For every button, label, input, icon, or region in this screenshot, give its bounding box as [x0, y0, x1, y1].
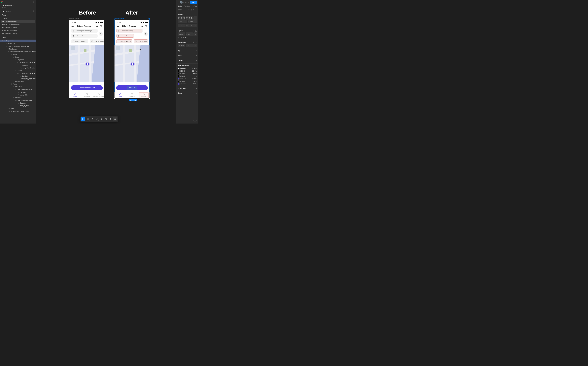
x-input[interactable]: X256 — [178, 20, 187, 23]
color-row[interactable]: 4E3CDB16% — [178, 83, 197, 85]
layer-row[interactable]: ≡Header Navigation Bar With Title — [0, 45, 36, 48]
autolayout-grid-icon[interactable] — [193, 30, 194, 32]
align-right[interactable] — [183, 16, 185, 20]
help-button[interactable]: ? — [194, 119, 197, 122]
frame-label-before[interactable]: booking screen — [69, 18, 79, 20]
start-date-chip[interactable]: Date de livrais… — [71, 39, 88, 43]
phone-frame-after[interactable]: 12:00 Obtenir Transport+ Lieu d'atterris… — [114, 20, 149, 98]
page-item[interactable]: [de] Original by Crowdin — [1, 26, 35, 29]
autolayout-add-icon[interactable] — [195, 30, 197, 32]
flip-v-icon[interactable] — [189, 24, 193, 27]
add-effect-icon[interactable]: + — [196, 60, 197, 61]
layer-row[interactable]: ≡Arrival — [0, 69, 36, 72]
code-icon[interactable] — [188, 9, 190, 11]
chevron-down-icon[interactable]: ▾ — [188, 1, 189, 3]
dev-mode-tool[interactable] — [113, 117, 117, 121]
panel-collapse-icon[interactable] — [32, 1, 35, 3]
selection-handle[interactable] — [149, 98, 150, 99]
menu-icon[interactable] — [116, 24, 119, 27]
more-icon[interactable]: ⋯ — [195, 9, 197, 11]
canvas[interactable]: Before After booking screen booking scre… — [36, 0, 176, 123]
layer-row[interactable]: Tenter_pickup_location — [0, 67, 36, 69]
history-icon[interactable] — [100, 24, 103, 27]
page-item[interactable]: Original — [1, 17, 35, 20]
clip-checkbox[interactable]: ✓ — [178, 37, 179, 38]
align-vcenter[interactable] — [188, 16, 190, 20]
swap-button[interactable] — [99, 32, 103, 36]
text-tool[interactable] — [99, 117, 104, 121]
nav-reservations[interactable]: Réservations — [126, 92, 138, 98]
layer-row[interactable]: ◇Location — [0, 75, 36, 77]
page-item[interactable]: [pl] Original by Crowdin — [1, 29, 35, 32]
add-fill-icon[interactable]: + — [196, 50, 197, 52]
layer-row[interactable]: ◇Calendar — [0, 102, 36, 104]
menu-icon[interactable] — [71, 24, 74, 27]
layer-row[interactable]: ◇Transport App — [0, 42, 36, 45]
layer-row[interactable]: []Frame — [0, 53, 36, 56]
phone-frame-before[interactable]: 12:00 Obtenir Transport+ Lieu de prise e… — [69, 20, 104, 98]
flip-h-icon[interactable] — [186, 24, 189, 27]
corner-detail-icon[interactable] — [194, 44, 197, 47]
layer-row[interactable]: ◇Text Field with Icon Atom — [0, 88, 36, 91]
tab-assets[interactable]: Assets — [6, 9, 11, 13]
dev-ready-icon[interactable] — [148, 18, 150, 19]
start-date-chip[interactable]: Date du départ — [116, 39, 132, 43]
component-icon[interactable] — [191, 9, 192, 11]
shape-tool[interactable]: ▾ — [90, 117, 94, 121]
nav-history[interactable]: L'histoire — [138, 92, 149, 98]
chevron-down-icon[interactable]: ▾ — [4, 1, 5, 3]
color-row[interactable]: FFFFFF100% — [178, 67, 197, 70]
end-date-chip[interactable]: Date d'envoi — [134, 39, 148, 43]
selection-handle[interactable] — [114, 98, 115, 99]
visibility-icon[interactable] — [193, 41, 194, 43]
color-row[interactable]: 4E3CDB100% — [178, 77, 197, 80]
layer-row[interactable]: ◇Text Field with Icon Atom — [0, 72, 36, 75]
page-item[interactable]: [uk] Original by Crowdin — [1, 32, 35, 35]
layer-row[interactable]: ≡Departure — [0, 59, 36, 61]
actions-tool[interactable] — [108, 117, 113, 121]
figma-logo-icon[interactable] — [1, 1, 3, 3]
layer-row[interactable]: ≡Travel Departure Arrival Cells and Date… — [0, 50, 36, 53]
tab-file[interactable]: File — [2, 9, 4, 13]
pen-tool[interactable]: ▾ — [95, 117, 99, 121]
layer-row[interactable]: ◇Calendar — [0, 91, 36, 94]
color-row[interactable]: 00000050% — [178, 72, 197, 75]
nav-history[interactable]: Historique du voyage — [93, 92, 104, 98]
color-row[interactable]: 000000100% — [178, 70, 197, 72]
layer-row[interactable]: ◇Single Button Primary Large — [0, 110, 36, 113]
map[interactable] — [114, 45, 149, 82]
file-location[interactable]: Drafts — [0, 7, 36, 9]
chevron-down-icon[interactable]: ▾ — [183, 1, 184, 3]
page-item[interactable]: [es-ES] Original by Crowdin — [1, 23, 35, 26]
pickup-field[interactable]: Lieu de prise en charge — [71, 29, 97, 33]
align-hcenter[interactable] — [180, 16, 183, 20]
layer-row[interactable]: ◇Location — [0, 64, 36, 67]
cta-button[interactable]: Réserver Réserver — [116, 85, 148, 90]
layer-row[interactable]: ≡End Date — [0, 96, 36, 99]
nav-reservations[interactable]: Réservations — [81, 92, 93, 98]
selection-handle[interactable] — [149, 20, 150, 20]
align-left[interactable] — [178, 16, 180, 20]
selection-handle[interactable] — [114, 20, 115, 20]
dropoff-field[interactable]: Adresse de livraison — [71, 34, 97, 38]
bell-icon[interactable] — [96, 24, 99, 27]
chevron-down-icon[interactable]: ▾ — [14, 5, 14, 6]
layer-row[interactable]: ◇Text Field with Icon Atom — [0, 99, 36, 102]
layer-row[interactable]: ≡Frame — [0, 56, 36, 59]
bell-icon[interactable] — [141, 24, 144, 27]
tab-prototype[interactable]: Prototype — [184, 5, 190, 8]
frame-label-after[interactable]: booking screen — [114, 18, 124, 20]
align-bottom[interactable] — [190, 16, 193, 20]
layer-row[interactable]: ◇Text Field with Icon Atom — [0, 61, 36, 64]
add-export-icon[interactable]: + — [196, 92, 197, 94]
layer-row[interactable]: Tpickup_date — [0, 94, 36, 96]
layer-row[interactable]: ≡Start Date — [0, 85, 36, 88]
layer-row[interactable]: ◇Round Button — [0, 80, 36, 83]
h-input[interactable]: H881 — [186, 32, 193, 36]
layer-row[interactable]: Tdrop_off_date — [0, 104, 36, 107]
rotation-input[interactable]: 0° — [178, 24, 185, 27]
nav-home[interactable]: Accueil — [69, 92, 81, 98]
more-align-icon[interactable]: ⋯ — [194, 16, 197, 20]
page-item[interactable]: [fr] Original by Crowdin — [1, 20, 35, 23]
present-icon[interactable] — [185, 1, 187, 3]
